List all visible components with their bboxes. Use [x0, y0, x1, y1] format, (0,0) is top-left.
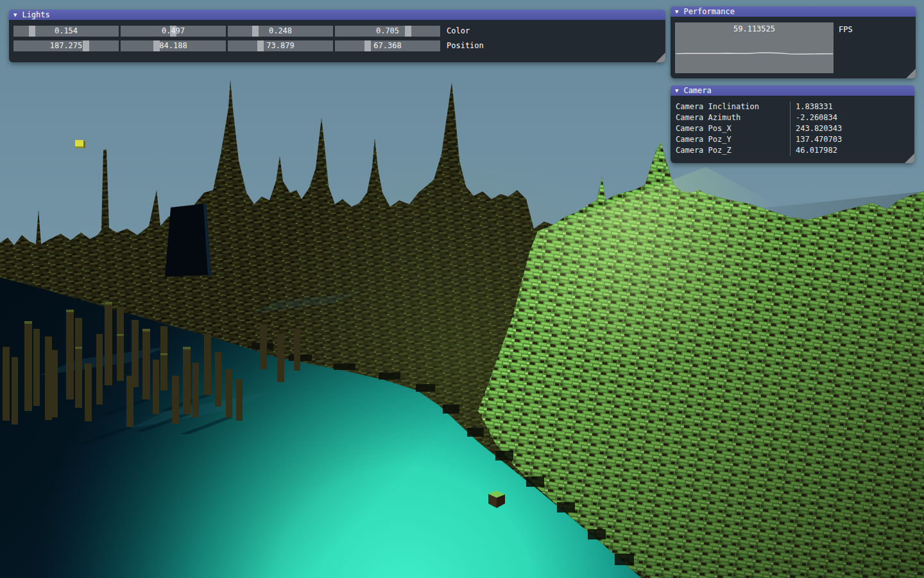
camera-row: Camera Azimuth -2.260834: [671, 112, 914, 123]
color-row-label: Color: [447, 26, 470, 37]
panel-camera: ▼ Camera Camera Inclination 1.838331 Cam…: [671, 85, 914, 163]
resize-grip[interactable]: [656, 53, 665, 62]
slider-value: 67.368: [335, 40, 440, 51]
fps-label: FPS: [839, 25, 853, 34]
camera-row: Camera Poz_Y 137.470703: [671, 134, 914, 145]
camera-row-value: 137.470703: [790, 134, 914, 145]
panel-lights-header[interactable]: ▼ Lights: [9, 10, 665, 20]
camera-row: Camera Pos_X 243.820343: [671, 123, 914, 134]
slider-value: 187.275: [13, 40, 119, 51]
light-position-slider-1[interactable]: 187.275: [13, 40, 119, 51]
light-position-slider-3[interactable]: 73.879: [228, 40, 333, 51]
panel-camera-title: Camera: [683, 85, 711, 96]
light-color-slider-4[interactable]: 0.705: [335, 26, 440, 37]
panel-lights: ▼ Lights 0.154 0.497 0.248 0.705 Color: [9, 10, 665, 62]
lights-color-row: 0.154 0.497 0.248 0.705 Color: [13, 26, 665, 37]
resize-grip[interactable]: [906, 69, 916, 78]
camera-row-label: Camera Poz_Y: [671, 134, 790, 145]
light-color-slider-3[interactable]: 0.248: [228, 26, 333, 37]
position-row-label: Position: [447, 40, 484, 51]
collapse-triangle-icon[interactable]: ▼: [675, 6, 678, 17]
slider-value: 0.154: [13, 26, 119, 37]
camera-row-label: Camera Inclination: [671, 101, 790, 112]
camera-row-value: 243.820343: [790, 123, 914, 134]
camera-row-label: Camera Pos_X: [671, 123, 790, 134]
panel-lights-title: Lights: [22, 10, 49, 20]
panel-camera-header[interactable]: ▼ Camera: [671, 85, 914, 96]
light-position-slider-4[interactable]: 67.368: [335, 40, 440, 51]
panel-performance: ▼ Performance 59.113525 FPS: [671, 6, 916, 78]
camera-row: Camera Inclination 1.838331: [671, 101, 914, 112]
slider-value: 0.248: [228, 26, 333, 37]
monolith: [165, 204, 211, 277]
light-color-slider-1[interactable]: 0.154: [13, 26, 119, 37]
fps-value: 59.113525: [675, 24, 834, 33]
camera-readout: Camera Inclination 1.838331 Camera Azimu…: [671, 96, 914, 156]
slider-value: 0.497: [121, 26, 226, 37]
panel-performance-title: Performance: [683, 6, 734, 17]
slider-value: 84.188: [121, 40, 226, 51]
slider-value: 73.879: [228, 40, 333, 51]
camera-row-value: -2.260834: [790, 112, 914, 123]
camera-row-value: 1.838331: [790, 101, 914, 112]
resize-grip[interactable]: [905, 153, 914, 163]
light-gizmo: [75, 140, 85, 148]
camera-row-value: 46.017982: [790, 145, 914, 156]
camera-row: Camera Poz_Z 46.017982: [671, 145, 914, 156]
light-color-slider-2[interactable]: 0.497: [121, 26, 226, 37]
viewport-3d[interactable]: ▼ Lights 0.154 0.497 0.248 0.705 Color: [0, 0, 924, 578]
lights-position-row: 187.275 84.188 73.879 67.368 Position: [13, 40, 665, 51]
camera-row-label: Camera Poz_Z: [671, 145, 790, 156]
panel-performance-header[interactable]: ▼ Performance: [671, 6, 916, 17]
collapse-triangle-icon[interactable]: ▼: [675, 85, 678, 96]
slider-value: 0.705: [335, 26, 440, 37]
camera-row-label: Camera Azimuth: [671, 112, 790, 123]
collapse-triangle-icon[interactable]: ▼: [13, 10, 17, 20]
light-position-slider-2[interactable]: 84.188: [121, 40, 226, 51]
fps-graph: 59.113525: [675, 22, 834, 73]
